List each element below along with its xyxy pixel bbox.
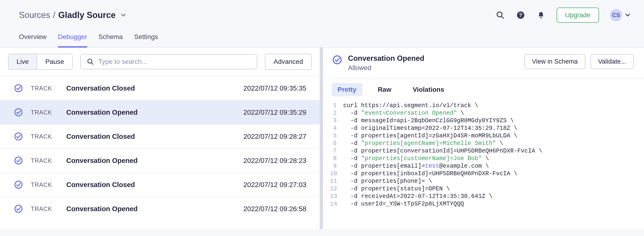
svg-point-12	[15, 205, 22, 212]
svg-point-7	[15, 85, 22, 92]
view-schema-button[interactable]: View in Schema	[524, 54, 585, 69]
upgrade-button[interactable]: Upgrade	[557, 7, 599, 23]
check-circle-icon	[14, 108, 23, 117]
event-row[interactable]: TRACKConversation Opened2022/07/12 09:26…	[0, 197, 320, 221]
check-circle-icon	[14, 180, 23, 189]
search-icon[interactable]	[496, 10, 505, 20]
line-number: 4	[330, 125, 343, 132]
pane-splitter[interactable]	[320, 47, 323, 229]
event-row[interactable]: TRACKConversation Closed2022/07/12 09:35…	[0, 76, 320, 100]
code-text: -d "event=Conversation Opened" \	[343, 109, 464, 117]
event-name: Conversation Opened	[66, 157, 244, 165]
check-circle-icon	[14, 205, 23, 213]
chevron-down-icon[interactable]	[121, 14, 126, 16]
event-time: 2022/07/12 09:28:27	[244, 133, 306, 140]
event-type: TRACK	[31, 109, 66, 116]
search-field-wrap[interactable]	[80, 54, 258, 69]
subtab-pretty[interactable]: Pretty	[332, 83, 362, 96]
code-line: 6 -d "properties[agentName]=Michelle Smi…	[330, 140, 636, 147]
code-line: 4 -d originalTimestamp=2022-07-12T14:35:…	[330, 125, 636, 132]
code-text: -d receivedAt=2022-07-12T14:35:30.641Z \	[343, 193, 492, 200]
event-row[interactable]: TRACKConversation Opened2022/07/12 09:28…	[0, 148, 320, 172]
code-text: curl https://api.segment.io/v1/track \	[343, 102, 478, 109]
code-text: -d properties[agentId]=zGaHXjD4SR-moMR9L…	[343, 132, 517, 140]
code-line: 1curl https://api.segment.io/v1/track \	[330, 102, 636, 109]
event-time: 2022/07/12 09:35:35	[244, 84, 306, 92]
code-text: -d properties[conversationId]=UHP5DRBeQH…	[343, 147, 542, 155]
check-circle-icon	[14, 132, 23, 141]
line-number: 7	[330, 147, 343, 155]
detail-title: Conversation Opened	[348, 54, 424, 63]
pause-button[interactable]: Pause	[37, 54, 72, 69]
line-number: 2	[330, 109, 343, 117]
event-row[interactable]: TRACKConversation Closed2022/07/12 09:28…	[0, 124, 320, 148]
svg-line-6	[92, 63, 93, 64]
event-time: 2022/07/12 09:35:29	[244, 109, 306, 116]
live-pause-toggle: Live Pause	[8, 54, 73, 70]
event-time: 2022/07/12 09:27:03	[244, 181, 306, 189]
code-line: 8 -d "properties[customerName]=Joe Bob" …	[330, 155, 636, 163]
user-menu[interactable]: CS	[610, 9, 630, 21]
line-number: 3	[330, 117, 343, 125]
tab-overview[interactable]: Overview	[19, 33, 47, 47]
detail-status: Allowed	[348, 64, 424, 72]
event-name: Conversation Opened	[66, 109, 244, 116]
event-type: TRACK	[31, 133, 66, 140]
bell-icon[interactable]	[536, 10, 546, 20]
code-text: -d "properties[agentName]=Michelle Smith…	[343, 140, 503, 147]
avatar: CS	[610, 9, 622, 21]
code-text: -d properties[status]=OPEN \	[343, 185, 450, 193]
code-text: -d properties[email]=test@example.com \	[343, 163, 489, 170]
line-number: 11	[330, 178, 343, 185]
line-number: 9	[330, 163, 343, 170]
event-time: 2022/07/12 09:26:58	[244, 205, 306, 213]
tab-schema[interactable]: Schema	[98, 33, 123, 47]
event-name: Conversation Closed	[66, 133, 244, 140]
line-number: 14	[330, 200, 343, 208]
advanced-button[interactable]: Advanced	[265, 54, 312, 70]
search-input[interactable]	[98, 58, 251, 65]
breadcrumb: Sources / Gladly Source	[19, 10, 126, 20]
detail-subtabs: PrettyRawViolations	[323, 79, 644, 100]
svg-point-11	[15, 181, 22, 188]
code-line: 13 -d receivedAt=2022-07-12T14:35:30.641…	[330, 193, 636, 200]
code-line: 3 -d messageId=api-2BqbOenCzlGG9gR0MGdy0…	[330, 117, 636, 125]
subtab-raw[interactable]: Raw	[372, 83, 398, 96]
svg-point-13	[333, 56, 341, 64]
code-text: -d "properties[customerName]=Joe Bob" \	[343, 155, 489, 163]
code-text: -d properties[phone]= \	[343, 178, 432, 185]
line-number: 12	[330, 185, 343, 193]
line-number: 5	[330, 132, 343, 140]
code-text: -d properties[inboxId]=UHP5DRBeQH6PnDXR-…	[343, 170, 517, 178]
event-name: Conversation Opened	[66, 205, 244, 213]
line-number: 8	[330, 155, 343, 163]
svg-point-8	[15, 109, 22, 116]
subtab-violations[interactable]: Violations	[406, 83, 450, 96]
line-number: 6	[330, 140, 343, 147]
code-line: 12 -d properties[status]=OPEN \	[330, 185, 636, 193]
event-name: Conversation Closed	[66, 181, 244, 189]
breadcrumb-current: Gladly Source	[58, 10, 116, 20]
tab-debugger[interactable]: Debugger	[58, 33, 87, 47]
svg-point-4	[540, 17, 542, 18]
event-row[interactable]: TRACKConversation Opened2022/07/12 09:35…	[0, 100, 320, 124]
check-circle-icon	[332, 55, 342, 65]
check-circle-icon	[14, 156, 23, 165]
validate-button[interactable]: Validate...	[590, 54, 634, 69]
line-number: 13	[330, 193, 343, 200]
event-type: TRACK	[31, 206, 66, 212]
line-number: 10	[330, 170, 343, 178]
svg-line-1	[502, 16, 503, 18]
source-tabs: OverviewDebuggerSchemaSettings	[0, 28, 644, 47]
event-time: 2022/07/12 09:28:23	[244, 157, 306, 165]
code-viewer: 1curl https://api.segment.io/v1/track \2…	[323, 100, 644, 208]
breadcrumb-root[interactable]: Sources	[19, 10, 50, 20]
help-icon[interactable]: ?	[516, 10, 526, 20]
svg-point-10	[15, 157, 22, 164]
search-icon	[87, 58, 94, 65]
svg-point-9	[15, 133, 22, 140]
tab-settings[interactable]: Settings	[134, 33, 158, 47]
live-button[interactable]: Live	[8, 54, 37, 69]
event-row[interactable]: TRACKConversation Closed2022/07/12 09:27…	[0, 172, 320, 197]
event-type: TRACK	[31, 181, 66, 188]
